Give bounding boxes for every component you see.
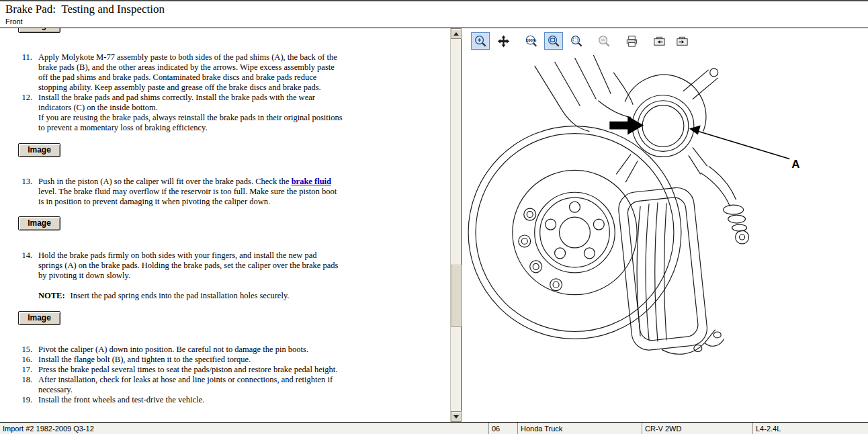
image-button[interactable]: Image — [18, 28, 60, 33]
step-text-segment: level. The brake fluid may overflow if t… — [38, 187, 337, 206]
step-number: 19. — [19, 395, 32, 405]
brake-fluid-link[interactable]: brake fluid — [292, 177, 331, 186]
status-engine: L4-2.4L — [753, 423, 868, 434]
previous-image-button[interactable] — [650, 32, 668, 50]
note-label: NOTE: — [38, 291, 65, 300]
next-image-icon — [675, 34, 689, 48]
step-13: 13. Push in the piston (A) so the calipe… — [0, 177, 450, 207]
step-14: 14. Hold the brake pads firmly on both s… — [0, 251, 450, 301]
zoom-window-button[interactable] — [567, 32, 586, 50]
step-text-paragraph: If you are reusing the brake pads, alway… — [38, 113, 343, 133]
callout-label-a: A — [791, 158, 799, 171]
step-number: 15. — [19, 345, 32, 355]
step-text: Pivot the caliper (A) down into position… — [38, 345, 343, 355]
diagram-canvas[interactable]: A — [462, 54, 868, 422]
step-number: 13. — [19, 177, 32, 207]
brake-assembly-drawing: A — [462, 54, 868, 422]
step-text: Install the front wheels and test-drive … — [38, 395, 343, 405]
leader-arrowhead-a — [689, 126, 701, 135]
step-text: Apply Molykote M-77 assembly paste to bo… — [38, 52, 343, 93]
zoom-fit-button[interactable] — [544, 32, 563, 50]
image-toolbar: 100% — [462, 28, 868, 54]
step-15: 15. Pivot the caliper (A) down into posi… — [0, 345, 450, 355]
note: NOTE:Insert the pad spring ends into the… — [38, 291, 343, 301]
zoom-out-button[interactable] — [595, 32, 613, 50]
illustration-pane: 100% — [462, 28, 868, 422]
status-model: CR-V 2WD — [642, 423, 753, 434]
step-number: 18. — [19, 375, 32, 395]
zoom-in-icon — [474, 34, 488, 48]
scroll-up-button[interactable] — [451, 28, 462, 39]
step-text: After installation, check for leaks at h… — [38, 375, 343, 395]
app-window: Brake Pad: Testing and Inspection Front … — [0, 0, 868, 434]
main-split: Image 11. Apply Molykote M-77 assembly p… — [0, 28, 868, 422]
step-11: 11. Apply Molykote M-77 assembly paste t… — [0, 52, 450, 93]
step-17: 17. Press the brake pedal several times … — [0, 365, 450, 375]
step-number: 16. — [19, 355, 32, 365]
step-text-paragraph: Install the brake pads and pad shims cor… — [38, 93, 343, 113]
page-header: Brake Pad: Testing and Inspection Front — [0, 1, 868, 28]
page-title: Brake Pad: Testing and Inspection — [5, 3, 863, 16]
step-number: 14. — [19, 251, 32, 301]
step-19: 19. Install the front wheels and test-dr… — [0, 395, 450, 405]
note-text: Insert the pad spring ends into the pad … — [71, 291, 290, 300]
zoom-window-icon — [570, 34, 584, 48]
scroll-down-button[interactable] — [451, 411, 462, 422]
triangle-up-icon — [453, 32, 459, 36]
status-source: Import #2 1982-2009 Q3-12 — [0, 423, 489, 434]
step-number: 17. — [19, 365, 32, 375]
page-subtitle: Front — [5, 17, 863, 26]
pan-button[interactable] — [494, 32, 513, 50]
image-button[interactable]: Image — [18, 216, 60, 230]
step-text: Press the brake pedal several times to s… — [38, 365, 343, 375]
status-year: 06 — [489, 423, 518, 434]
triangle-down-icon — [453, 415, 459, 419]
scrollbar-thumb[interactable] — [451, 265, 462, 327]
step-18: 18. After installation, check for leaks … — [0, 375, 450, 395]
print-button[interactable] — [622, 32, 641, 50]
step-16: 16. Install the flange bolt (B), and tig… — [0, 355, 450, 365]
step-12: 12. Install the brake pads and pad shims… — [0, 93, 450, 133]
pan-icon — [496, 34, 511, 48]
step-text: Hold the brake pads firmly on both sides… — [38, 251, 343, 301]
print-icon — [625, 34, 639, 48]
step-text: Install the flange bolt (B), and tighten… — [38, 355, 343, 365]
svg-text:100%: 100% — [526, 38, 537, 42]
left-pane-scrollbar[interactable] — [450, 28, 461, 422]
status-bar: Import #2 1982-2009 Q3-12 06 Honda Truck… — [0, 422, 868, 434]
procedure-scroll-area[interactable]: Image 11. Apply Molykote M-77 assembly p… — [0, 28, 450, 422]
zoom-100-icon: 100% — [524, 34, 538, 48]
zoom-actual-size-button[interactable]: 100% — [521, 32, 540, 50]
zoom-out-icon — [597, 34, 611, 48]
step-text: Push in the piston (A) so the caliper wi… — [38, 177, 343, 207]
step-text-segment: Push in the piston (A) so the caliper wi… — [38, 177, 292, 186]
step-text-paragraph: Hold the brake pads firmly on both sides… — [38, 251, 343, 281]
procedure-pane: Image 11. Apply Molykote M-77 assembly p… — [0, 28, 462, 422]
image-button[interactable]: Image — [18, 311, 60, 325]
previous-image-icon — [652, 34, 666, 48]
step-number: 12. — [19, 93, 32, 133]
step-text: Install the brake pads and pad shims cor… — [38, 93, 343, 133]
partial-image-button[interactable]: Image — [0, 28, 450, 33]
zoom-in-button[interactable] — [471, 32, 490, 50]
image-button[interactable]: Image — [18, 143, 60, 157]
step-number: 11. — [19, 52, 32, 93]
next-image-button[interactable] — [672, 32, 691, 50]
status-make: Honda Truck — [518, 423, 642, 434]
leader-line-a — [694, 130, 789, 159]
zoom-fit-icon — [547, 34, 561, 48]
